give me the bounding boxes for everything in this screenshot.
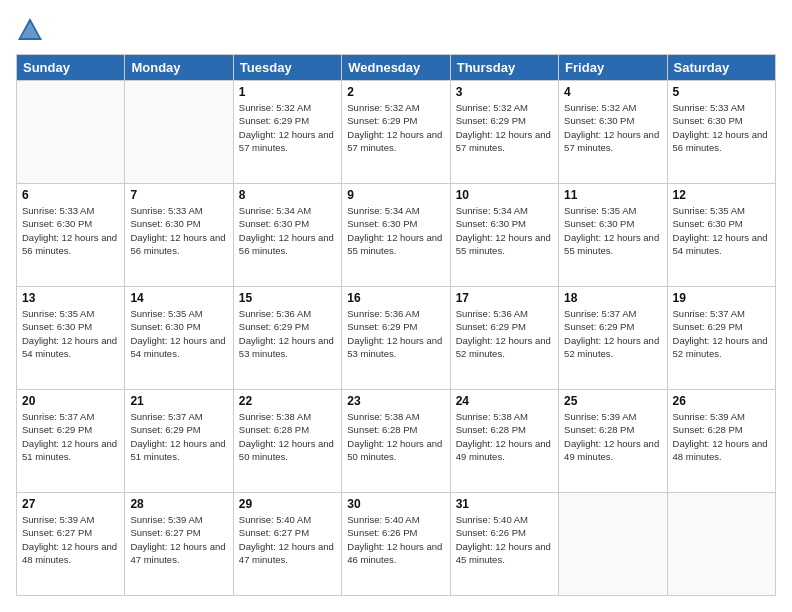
calendar-cell: 20Sunrise: 5:37 AM Sunset: 6:29 PM Dayli…	[17, 390, 125, 493]
day-number: 25	[564, 394, 661, 408]
calendar-cell	[125, 81, 233, 184]
day-detail: Sunrise: 5:37 AM Sunset: 6:29 PM Dayligh…	[130, 410, 227, 463]
header	[16, 16, 776, 44]
day-number: 30	[347, 497, 444, 511]
day-detail: Sunrise: 5:39 AM Sunset: 6:28 PM Dayligh…	[673, 410, 770, 463]
day-detail: Sunrise: 5:38 AM Sunset: 6:28 PM Dayligh…	[239, 410, 336, 463]
calendar-cell: 15Sunrise: 5:36 AM Sunset: 6:29 PM Dayli…	[233, 287, 341, 390]
calendar-cell: 31Sunrise: 5:40 AM Sunset: 6:26 PM Dayli…	[450, 493, 558, 596]
calendar-cell	[559, 493, 667, 596]
day-detail: Sunrise: 5:33 AM Sunset: 6:30 PM Dayligh…	[130, 204, 227, 257]
day-detail: Sunrise: 5:38 AM Sunset: 6:28 PM Dayligh…	[456, 410, 553, 463]
calendar-cell: 16Sunrise: 5:36 AM Sunset: 6:29 PM Dayli…	[342, 287, 450, 390]
day-number: 18	[564, 291, 661, 305]
day-number: 2	[347, 85, 444, 99]
day-detail: Sunrise: 5:32 AM Sunset: 6:29 PM Dayligh…	[347, 101, 444, 154]
day-number: 3	[456, 85, 553, 99]
day-detail: Sunrise: 5:39 AM Sunset: 6:27 PM Dayligh…	[22, 513, 119, 566]
col-header-wednesday: Wednesday	[342, 55, 450, 81]
calendar-cell: 9Sunrise: 5:34 AM Sunset: 6:30 PM Daylig…	[342, 184, 450, 287]
day-detail: Sunrise: 5:34 AM Sunset: 6:30 PM Dayligh…	[239, 204, 336, 257]
calendar-week-row: 6Sunrise: 5:33 AM Sunset: 6:30 PM Daylig…	[17, 184, 776, 287]
day-detail: Sunrise: 5:33 AM Sunset: 6:30 PM Dayligh…	[673, 101, 770, 154]
calendar-cell: 23Sunrise: 5:38 AM Sunset: 6:28 PM Dayli…	[342, 390, 450, 493]
day-number: 26	[673, 394, 770, 408]
col-header-monday: Monday	[125, 55, 233, 81]
logo	[16, 16, 48, 44]
day-number: 17	[456, 291, 553, 305]
col-header-tuesday: Tuesday	[233, 55, 341, 81]
day-number: 10	[456, 188, 553, 202]
day-number: 4	[564, 85, 661, 99]
day-detail: Sunrise: 5:35 AM Sunset: 6:30 PM Dayligh…	[564, 204, 661, 257]
day-number: 22	[239, 394, 336, 408]
day-number: 24	[456, 394, 553, 408]
day-number: 14	[130, 291, 227, 305]
day-detail: Sunrise: 5:39 AM Sunset: 6:27 PM Dayligh…	[130, 513, 227, 566]
calendar-cell: 5Sunrise: 5:33 AM Sunset: 6:30 PM Daylig…	[667, 81, 775, 184]
calendar-cell: 29Sunrise: 5:40 AM Sunset: 6:27 PM Dayli…	[233, 493, 341, 596]
calendar-cell: 22Sunrise: 5:38 AM Sunset: 6:28 PM Dayli…	[233, 390, 341, 493]
day-number: 9	[347, 188, 444, 202]
day-number: 7	[130, 188, 227, 202]
day-detail: Sunrise: 5:36 AM Sunset: 6:29 PM Dayligh…	[347, 307, 444, 360]
day-number: 19	[673, 291, 770, 305]
calendar-cell	[667, 493, 775, 596]
day-detail: Sunrise: 5:32 AM Sunset: 6:29 PM Dayligh…	[239, 101, 336, 154]
calendar-cell: 26Sunrise: 5:39 AM Sunset: 6:28 PM Dayli…	[667, 390, 775, 493]
calendar-week-row: 13Sunrise: 5:35 AM Sunset: 6:30 PM Dayli…	[17, 287, 776, 390]
calendar-week-row: 1Sunrise: 5:32 AM Sunset: 6:29 PM Daylig…	[17, 81, 776, 184]
calendar-table: SundayMondayTuesdayWednesdayThursdayFrid…	[16, 54, 776, 596]
calendar-cell: 7Sunrise: 5:33 AM Sunset: 6:30 PM Daylig…	[125, 184, 233, 287]
day-detail: Sunrise: 5:33 AM Sunset: 6:30 PM Dayligh…	[22, 204, 119, 257]
day-detail: Sunrise: 5:40 AM Sunset: 6:26 PM Dayligh…	[347, 513, 444, 566]
day-number: 16	[347, 291, 444, 305]
day-detail: Sunrise: 5:34 AM Sunset: 6:30 PM Dayligh…	[347, 204, 444, 257]
day-detail: Sunrise: 5:35 AM Sunset: 6:30 PM Dayligh…	[130, 307, 227, 360]
day-number: 12	[673, 188, 770, 202]
day-detail: Sunrise: 5:38 AM Sunset: 6:28 PM Dayligh…	[347, 410, 444, 463]
calendar-cell: 24Sunrise: 5:38 AM Sunset: 6:28 PM Dayli…	[450, 390, 558, 493]
calendar-week-row: 20Sunrise: 5:37 AM Sunset: 6:29 PM Dayli…	[17, 390, 776, 493]
calendar-cell: 21Sunrise: 5:37 AM Sunset: 6:29 PM Dayli…	[125, 390, 233, 493]
day-detail: Sunrise: 5:37 AM Sunset: 6:29 PM Dayligh…	[564, 307, 661, 360]
calendar-header-row: SundayMondayTuesdayWednesdayThursdayFrid…	[17, 55, 776, 81]
calendar-cell: 25Sunrise: 5:39 AM Sunset: 6:28 PM Dayli…	[559, 390, 667, 493]
day-detail: Sunrise: 5:32 AM Sunset: 6:29 PM Dayligh…	[456, 101, 553, 154]
day-number: 28	[130, 497, 227, 511]
day-number: 21	[130, 394, 227, 408]
calendar-cell: 12Sunrise: 5:35 AM Sunset: 6:30 PM Dayli…	[667, 184, 775, 287]
col-header-saturday: Saturday	[667, 55, 775, 81]
day-number: 11	[564, 188, 661, 202]
calendar-cell: 11Sunrise: 5:35 AM Sunset: 6:30 PM Dayli…	[559, 184, 667, 287]
day-number: 6	[22, 188, 119, 202]
day-detail: Sunrise: 5:39 AM Sunset: 6:28 PM Dayligh…	[564, 410, 661, 463]
day-number: 1	[239, 85, 336, 99]
day-detail: Sunrise: 5:36 AM Sunset: 6:29 PM Dayligh…	[456, 307, 553, 360]
day-number: 31	[456, 497, 553, 511]
calendar-cell: 19Sunrise: 5:37 AM Sunset: 6:29 PM Dayli…	[667, 287, 775, 390]
day-detail: Sunrise: 5:37 AM Sunset: 6:29 PM Dayligh…	[22, 410, 119, 463]
calendar-cell: 17Sunrise: 5:36 AM Sunset: 6:29 PM Dayli…	[450, 287, 558, 390]
day-number: 13	[22, 291, 119, 305]
day-number: 27	[22, 497, 119, 511]
calendar-cell: 4Sunrise: 5:32 AM Sunset: 6:30 PM Daylig…	[559, 81, 667, 184]
day-number: 5	[673, 85, 770, 99]
page: SundayMondayTuesdayWednesdayThursdayFrid…	[0, 0, 792, 612]
day-number: 20	[22, 394, 119, 408]
calendar-cell: 13Sunrise: 5:35 AM Sunset: 6:30 PM Dayli…	[17, 287, 125, 390]
day-detail: Sunrise: 5:34 AM Sunset: 6:30 PM Dayligh…	[456, 204, 553, 257]
col-header-sunday: Sunday	[17, 55, 125, 81]
day-number: 15	[239, 291, 336, 305]
col-header-thursday: Thursday	[450, 55, 558, 81]
day-number: 23	[347, 394, 444, 408]
calendar-cell: 6Sunrise: 5:33 AM Sunset: 6:30 PM Daylig…	[17, 184, 125, 287]
day-detail: Sunrise: 5:35 AM Sunset: 6:30 PM Dayligh…	[22, 307, 119, 360]
day-detail: Sunrise: 5:40 AM Sunset: 6:27 PM Dayligh…	[239, 513, 336, 566]
day-detail: Sunrise: 5:36 AM Sunset: 6:29 PM Dayligh…	[239, 307, 336, 360]
day-number: 29	[239, 497, 336, 511]
calendar-cell: 3Sunrise: 5:32 AM Sunset: 6:29 PM Daylig…	[450, 81, 558, 184]
calendar-cell: 10Sunrise: 5:34 AM Sunset: 6:30 PM Dayli…	[450, 184, 558, 287]
col-header-friday: Friday	[559, 55, 667, 81]
calendar-cell: 27Sunrise: 5:39 AM Sunset: 6:27 PM Dayli…	[17, 493, 125, 596]
